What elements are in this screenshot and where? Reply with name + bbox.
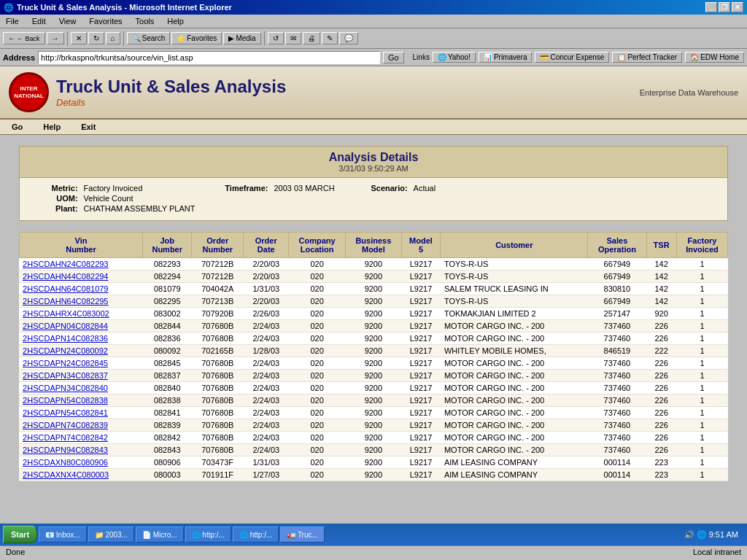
vin-cell[interactable]: 2HSCDAPN54C082838 [19, 394, 143, 407]
links-edw-home[interactable]: 🏠 EDW Home [685, 52, 744, 63]
vin-cell[interactable]: 2HSCDAPN54C082841 [19, 407, 143, 419]
mail-button[interactable]: ✉ [285, 32, 301, 44]
sales_op-cell: 737460 [588, 444, 646, 456]
col-sales-op: SalesOperation [588, 233, 646, 258]
table-row: 2HSCDAPN24C082845082845707680B2/24/03020… [19, 357, 728, 370]
window-title-left: 🌐 Truck Unit & Sales Analysis - Microsof… [4, 3, 232, 12]
menu-file[interactable]: File [3, 16, 22, 26]
stop-button[interactable]: ✕ [71, 32, 87, 44]
sales_op-cell: 737460 [588, 419, 646, 432]
close-button[interactable]: ✕ [732, 2, 743, 12]
minimize-button[interactable]: _ [705, 2, 717, 12]
vin-cell[interactable]: 2HSCDAPN74C082842 [19, 432, 143, 444]
links-concur[interactable]: 💳 Concur Expense [535, 52, 609, 63]
history-button[interactable]: ↺ [268, 32, 284, 44]
tsr-cell: 223 [646, 469, 676, 481]
toolbar: ← ← Back → ✕ ↻ ⌂ 🔍 Search ⭐ Favorites ▶ … [0, 28, 747, 49]
col-tsr: TSR [646, 233, 676, 258]
sales_op-cell: 737460 [588, 394, 646, 407]
media-icon: ▶ [228, 34, 234, 42]
links-perfect-tracker[interactable]: 📋 Perfect Tracker [612, 52, 682, 63]
tsr-cell: 222 [646, 345, 676, 357]
vin-cell[interactable]: 2HSCDAHN24C082293 [19, 258, 143, 271]
vin-cell[interactable]: 2HSCDAPN24C082845 [19, 357, 143, 370]
customer-cell: TOYS-R-US [441, 258, 588, 271]
tsr-cell: 226 [646, 432, 676, 444]
back-button[interactable]: ← ← Back [3, 32, 45, 44]
model5-cell: L9217 [401, 382, 441, 394]
vin-cell[interactable]: 2HSCDAPN34C082840 [19, 382, 143, 394]
vin-cell[interactable]: 2HSCDAPN14C082836 [19, 332, 143, 345]
plant-value: CHATHAM ASSEMBLY PLANT [84, 204, 196, 213]
vin-cell[interactable]: 2HSCDAPN74C082839 [19, 419, 143, 432]
order_date-cell: 2/24/03 [244, 382, 289, 394]
go-button[interactable]: Go [383, 52, 404, 63]
links-primavera[interactable]: 📊 Primavera [479, 52, 533, 63]
table-row: 2HSCDAHN44C082294082294707212B2/20/03020… [19, 271, 728, 283]
col-job: JobNumber [143, 233, 192, 258]
tsr-cell: 142 [646, 271, 676, 283]
links-yahoo[interactable]: 🌐 Yahoo! [433, 52, 476, 63]
col-vin: VinNumber [19, 233, 143, 258]
job-cell: 083002 [143, 308, 192, 320]
vin-cell[interactable]: 2HSCDAXNX4C080003 [19, 469, 143, 481]
logo-text: INTERNATIONAL [14, 85, 44, 99]
company_loc-cell: 020 [289, 283, 346, 295]
business_model-cell: 9200 [346, 283, 401, 295]
nav-exit[interactable]: Exit [78, 121, 98, 133]
customer-cell: MOTOR CARGO INC. - 200 [441, 432, 588, 444]
order_num-cell: 707680B [192, 444, 244, 456]
media-button[interactable]: ▶ Media [223, 32, 260, 44]
menu-help[interactable]: Help [164, 16, 187, 26]
menu-view[interactable]: View [56, 16, 80, 26]
order_date-cell: 2/24/03 [244, 370, 289, 382]
business_model-cell: 9200 [346, 271, 401, 283]
vin-cell[interactable]: 2HSCDAHN64C082295 [19, 295, 143, 308]
plant-label: Plant: [34, 204, 78, 213]
discuss-button[interactable]: 💬 [339, 32, 358, 44]
order_date-cell: 2/24/03 [244, 444, 289, 456]
menu-edit[interactable]: Edit [29, 16, 49, 26]
search-button[interactable]: 🔍 Search [127, 32, 171, 44]
menu-favorites[interactable]: Favorites [86, 16, 125, 26]
restore-button[interactable]: ❐ [719, 2, 730, 12]
edit-button[interactable]: ✎ [322, 32, 338, 44]
customer-cell: MOTOR CARGO INC. - 200 [441, 394, 588, 407]
menu-tools[interactable]: Tools [133, 16, 158, 26]
order_date-cell: 1/27/03 [244, 469, 289, 481]
vin-cell[interactable]: 2HSCDAHN64C081079 [19, 283, 143, 295]
model5-cell: L9217 [401, 444, 441, 456]
business_model-cell: 9200 [346, 407, 401, 419]
model5-cell: L9217 [401, 345, 441, 357]
order_date-cell: 2/24/03 [244, 332, 289, 345]
tsr-cell: 142 [646, 295, 676, 308]
company_loc-cell: 020 [289, 345, 346, 357]
customer-cell: AIM LEASING COMPANY [441, 469, 588, 481]
vin-cell[interactable]: 2HSCDAHRX4C083002 [19, 308, 143, 320]
nav-go[interactable]: Go [9, 121, 26, 133]
vin-cell[interactable]: 2HSCDAXN80C080906 [19, 456, 143, 469]
vin-cell[interactable]: 2HSCDAPN34C082837 [19, 370, 143, 382]
home-button[interactable]: ⌂ [106, 32, 120, 44]
favorites-button[interactable]: ⭐ Favorites [171, 32, 222, 44]
refresh-button[interactable]: ↻ [88, 32, 104, 44]
job-cell: 081079 [143, 283, 192, 295]
print-button[interactable]: 🖨 [303, 32, 320, 44]
factory_invoiced-cell: 1 [676, 419, 728, 432]
vin-cell[interactable]: 2HSCDAHN44C082294 [19, 271, 143, 283]
forward-button[interactable]: → [47, 32, 64, 44]
vin-cell[interactable]: 2HSCDAPN94C082843 [19, 444, 143, 456]
customer-cell: TOYS-R-US [441, 271, 588, 283]
model5-cell: L9217 [401, 456, 441, 469]
order_date-cell: 1/28/03 [244, 345, 289, 357]
factory_invoiced-cell: 1 [676, 407, 728, 419]
company_loc-cell: 020 [289, 394, 346, 407]
address-input[interactable] [38, 51, 380, 64]
nav-help[interactable]: Help [40, 121, 63, 133]
sales_op-cell: 737460 [588, 407, 646, 419]
business_model-cell: 9200 [346, 332, 401, 345]
model5-cell: L9217 [401, 258, 441, 271]
vin-cell[interactable]: 2HSCDAPN24C080092 [19, 345, 143, 357]
vin-cell[interactable]: 2HSCDAPN04C082844 [19, 320, 143, 332]
window-controls[interactable]: _ ❐ ✕ [705, 2, 743, 12]
